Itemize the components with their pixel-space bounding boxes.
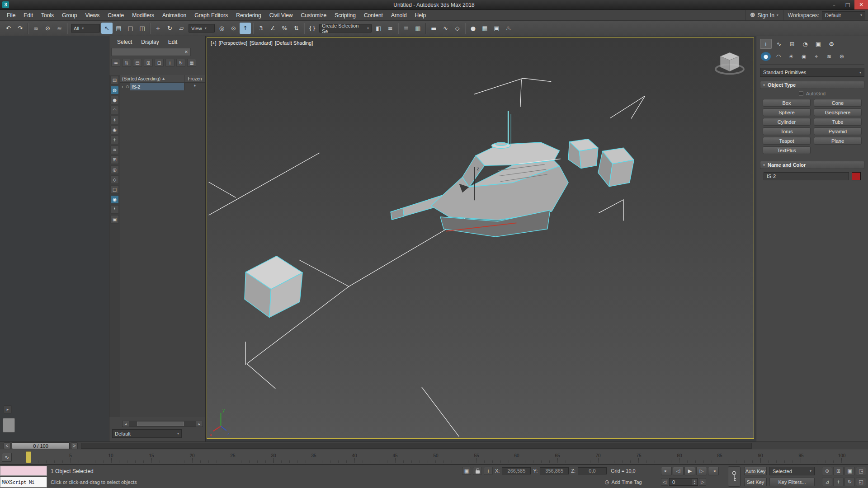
explorer-find-icon[interactable]: ≔: [111, 59, 120, 67]
display-geometry-icon[interactable]: ●: [110, 96, 119, 104]
menu-item-customize[interactable]: Customize: [297, 10, 331, 20]
time-slider-handle[interactable]: 0 / 100: [12, 442, 70, 449]
bind-to-space-warp-icon[interactable]: ≈: [54, 23, 65, 34]
category-systems-icon[interactable]: ⊛: [837, 52, 847, 61]
explorer-settings-icon[interactable]: ▦: [187, 59, 196, 67]
create-button-cylinder[interactable]: Cylinder: [763, 118, 811, 126]
explorer-sync-icon[interactable]: ↻: [176, 59, 185, 67]
orbit-icon[interactable]: ↻: [844, 478, 855, 486]
tab-modify-icon[interactable]: ∿: [773, 39, 785, 49]
create-button-cone[interactable]: Cone: [814, 99, 862, 107]
add-time-tag-button[interactable]: ◷ Add Time Tag: [605, 479, 642, 485]
explorer-search-input[interactable]: ✕: [111, 48, 191, 56]
category-spacewarps-icon[interactable]: ≋: [824, 52, 834, 61]
select-and-scale-icon[interactable]: ▱: [176, 23, 187, 34]
scrollbar-thumb[interactable]: [137, 422, 184, 426]
object-name-cell[interactable]: IS-2: [130, 83, 184, 90]
perspective-viewport[interactable]: [+][Perspective][Standard][Default Shadi…: [207, 38, 754, 439]
selection-filter-dropdown[interactable]: All▾: [71, 24, 100, 33]
material-editor-icon[interactable]: ●: [467, 23, 479, 34]
expand-row-icon[interactable]: ›: [120, 84, 125, 89]
category-lights-icon[interactable]: ☀: [786, 52, 796, 61]
scene-object-row[interactable]: › ○ IS-2 *: [120, 83, 205, 90]
select-object-icon[interactable]: ↖: [101, 23, 113, 34]
sign-in-button[interactable]: ☻ Sign In ▾: [745, 10, 783, 20]
menu-item-edit[interactable]: Edit: [19, 10, 37, 20]
percent-snap-icon[interactable]: %: [279, 23, 290, 34]
object-color-swatch[interactable]: [852, 172, 861, 180]
frame-spinner[interactable]: ▴ ▾: [692, 479, 697, 485]
curve-editor-icon[interactable]: ∿: [440, 23, 451, 34]
menu-item-civil-view[interactable]: Civil View: [265, 10, 297, 20]
pan-icon[interactable]: +: [833, 478, 844, 486]
name-color-rollout-header[interactable]: ▾ Name and Color: [760, 161, 864, 169]
field-of-view-icon[interactable]: ⊿: [822, 478, 832, 486]
create-button-geosphere[interactable]: GeoSphere: [814, 108, 862, 116]
menu-item-modifiers[interactable]: Modifiers: [128, 10, 158, 20]
render-setup-icon[interactable]: ▦: [479, 23, 491, 34]
snaps-toggle-3d-icon[interactable]: 3: [255, 23, 267, 34]
explorer-menu-edit[interactable]: Edit: [164, 38, 182, 46]
create-button-torus[interactable]: Torus: [763, 127, 811, 135]
display-children-icon[interactable]: ◍: [110, 86, 119, 94]
menu-item-rendering[interactable]: Rendering: [232, 10, 265, 20]
tab-motion-icon[interactable]: ◔: [799, 39, 811, 49]
redo-icon[interactable]: ↷: [14, 23, 26, 34]
previous-frame-icon[interactable]: ◁: [673, 467, 684, 475]
explorer-hierarchy-icon[interactable]: ▤: [133, 59, 142, 67]
create-button-box[interactable]: Box: [763, 99, 811, 107]
schematic-view-icon[interactable]: ◇: [452, 23, 463, 34]
previous-frame-button[interactable]: <: [4, 442, 10, 449]
frozen-cell-icon[interactable]: *: [184, 84, 205, 89]
close-button[interactable]: ✕: [854, 0, 868, 9]
align-icon[interactable]: ≡: [385, 23, 396, 34]
absolute-mode-icon[interactable]: +: [484, 467, 493, 475]
viewcube[interactable]: [712, 47, 747, 77]
display-spacewarps-icon[interactable]: ≋: [110, 145, 119, 154]
tab-create-icon[interactable]: +: [760, 39, 772, 49]
set-key-button[interactable]: Set Key: [744, 478, 767, 486]
display-influences-icon[interactable]: ▤: [110, 76, 119, 84]
menu-item-file[interactable]: File: [3, 10, 19, 20]
menu-item-content[interactable]: Content: [360, 10, 387, 20]
app-icon[interactable]: 3: [2, 1, 9, 8]
zoom-extents-all-icon[interactable]: ◳: [856, 467, 866, 475]
viewport-menu-standard[interactable]: [Standard]: [250, 40, 273, 46]
previous-key-icon[interactable]: ◁: [661, 478, 668, 486]
menu-item-animation[interactable]: Animation: [158, 10, 190, 20]
create-button-sphere[interactable]: Sphere: [763, 108, 811, 116]
category-geometry-icon[interactable]: ●: [761, 52, 771, 61]
next-frame-button[interactable]: >: [71, 442, 78, 449]
primitives-dropdown[interactable]: Standard Primitives ▾: [760, 68, 864, 77]
display-bones-icon[interactable]: ◇: [110, 175, 119, 184]
menu-item-arnold[interactable]: Arnold: [387, 10, 411, 20]
zoom-icon[interactable]: ⊕: [822, 467, 832, 475]
display-xrefs-icon[interactable]: ◎: [110, 165, 119, 174]
workspaces-dropdown[interactable]: Default ▾: [822, 11, 865, 19]
create-button-teapot[interactable]: Teapot: [763, 137, 811, 145]
viewport-menu-default-shading[interactable]: [Default Shading]: [275, 40, 313, 46]
isolate-selection-icon[interactable]: ▣: [462, 467, 471, 475]
current-frame-field[interactable]: 0 ▴ ▾: [669, 478, 698, 486]
select-by-name-icon[interactable]: ▤: [113, 23, 124, 34]
category-helpers-icon[interactable]: ⌖: [811, 52, 821, 61]
x-coordinate-field[interactable]: 266,585: [502, 467, 531, 474]
ribbon-toggle-icon[interactable]: ▬: [428, 23, 439, 34]
maximize-button[interactable]: □: [841, 0, 854, 9]
create-button-plane[interactable]: Plane: [814, 137, 862, 145]
display-helpers-icon[interactable]: +: [110, 136, 119, 144]
explorer-collapse-all-icon[interactable]: ⊟: [155, 59, 164, 67]
maxscript-listener-output[interactable]: [0, 466, 47, 476]
edit-named-sets-icon[interactable]: {}: [307, 23, 318, 34]
zoom-all-icon[interactable]: ⊞: [833, 467, 844, 475]
frozen-column-header[interactable]: Frozen: [184, 76, 205, 81]
auto-key-button[interactable]: Auto Key: [744, 467, 767, 475]
window-crossing-icon[interactable]: ◫: [137, 23, 148, 34]
display-containers-icon[interactable]: □: [110, 185, 119, 194]
menu-item-views[interactable]: Views: [81, 10, 104, 20]
create-button-textplus[interactable]: TextPlus: [763, 146, 811, 154]
display-selection-icon[interactable]: ▣: [110, 215, 119, 224]
play-animation-icon[interactable]: ▶: [684, 467, 695, 475]
use-pivot-center-icon[interactable]: ◎: [216, 23, 227, 34]
autogrid-checkbox[interactable]: [799, 91, 803, 96]
